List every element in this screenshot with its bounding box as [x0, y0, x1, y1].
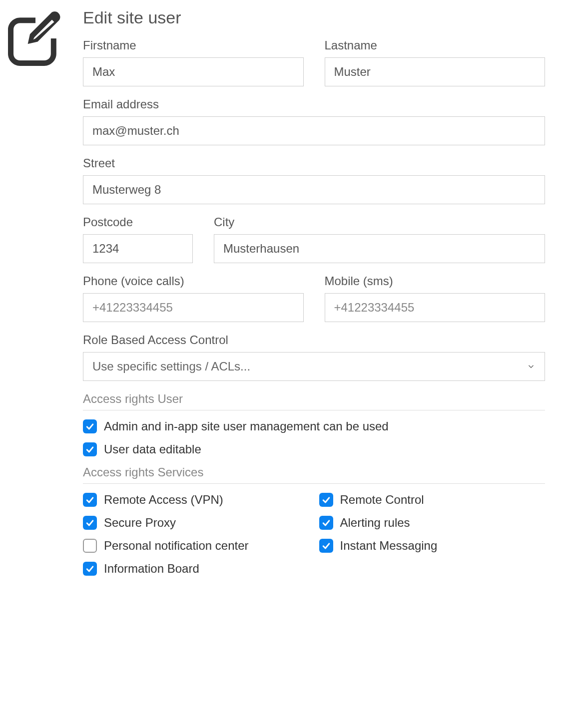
check-icon	[85, 444, 95, 454]
check-icon	[85, 421, 95, 431]
checkbox-service-1[interactable]	[319, 493, 333, 507]
checkbox-row-service-4[interactable]: Personal notification center	[83, 539, 309, 553]
checkbox-service-2[interactable]	[83, 516, 97, 530]
checkbox-service-0[interactable]	[83, 493, 97, 507]
checkbox-label-user-0: Admin and in-app site user management ca…	[104, 419, 389, 433]
phone-label: Phone (voice calls)	[83, 274, 304, 288]
checkbox-service-4[interactable]	[83, 539, 97, 553]
checkbox-row-service-5[interactable]: Instant Messaging	[319, 539, 546, 553]
checkbox-row-user-0[interactable]: Admin and in-app site user management ca…	[83, 419, 545, 433]
check-icon	[85, 495, 95, 505]
checkbox-row-service-0[interactable]: Remote Access (VPN)	[83, 493, 309, 507]
email-input[interactable]	[83, 116, 545, 145]
checkbox-label-service-5: Instant Messaging	[340, 539, 438, 553]
check-icon	[321, 541, 331, 551]
check-icon	[321, 495, 331, 505]
checkbox-service-3[interactable]	[319, 516, 333, 530]
postcode-label: Postcode	[83, 215, 193, 229]
phone-input[interactable]	[83, 293, 304, 322]
checkbox-service-5[interactable]	[319, 539, 333, 553]
street-input[interactable]	[83, 175, 545, 204]
rbac-selected-value: Use specific settings / ACLs...	[92, 360, 250, 373]
checkbox-label-service-4: Personal notification center	[104, 539, 249, 553]
firstname-input[interactable]	[83, 57, 304, 86]
chevron-down-icon	[527, 362, 536, 371]
checkbox-label-user-1: User data editable	[104, 442, 201, 456]
checkbox-row-service-6[interactable]: Information Board	[83, 562, 309, 576]
checkbox-label-service-3: Alerting rules	[340, 516, 410, 530]
postcode-input[interactable]	[83, 234, 193, 263]
email-label: Email address	[83, 97, 545, 111]
city-input[interactable]	[214, 234, 545, 263]
rbac-label: Role Based Access Control	[83, 333, 545, 347]
rbac-select[interactable]: Use specific settings / ACLs...	[83, 352, 545, 381]
checkbox-service-6[interactable]	[83, 562, 97, 576]
check-icon	[321, 518, 331, 528]
firstname-label: Firstname	[83, 38, 304, 52]
mobile-label: Mobile (sms)	[325, 274, 546, 288]
checkbox-label-service-6: Information Board	[104, 562, 199, 576]
page-title: Edit site user	[83, 8, 545, 27]
edit-icon	[8, 8, 63, 68]
checkbox-row-service-2[interactable]: Secure Proxy	[83, 516, 309, 530]
city-label: City	[214, 215, 545, 229]
lastname-label: Lastname	[325, 38, 546, 52]
checkbox-user-1[interactable]	[83, 442, 97, 456]
checkbox-label-service-1: Remote Control	[340, 493, 424, 507]
check-icon	[85, 518, 95, 528]
checkbox-row-user-1[interactable]: User data editable	[83, 442, 545, 456]
check-icon	[85, 564, 95, 574]
street-label: Street	[83, 156, 545, 170]
checkbox-row-service-3[interactable]: Alerting rules	[319, 516, 546, 530]
section-user-header: Access rights User	[83, 392, 545, 410]
checkbox-label-service-0: Remote Access (VPN)	[104, 493, 223, 507]
lastname-input[interactable]	[325, 57, 546, 86]
checkbox-label-service-2: Secure Proxy	[104, 516, 176, 530]
checkbox-row-service-1[interactable]: Remote Control	[319, 493, 546, 507]
checkbox-user-0[interactable]	[83, 419, 97, 433]
section-services-header: Access rights Services	[83, 465, 545, 484]
mobile-input[interactable]	[325, 293, 546, 322]
